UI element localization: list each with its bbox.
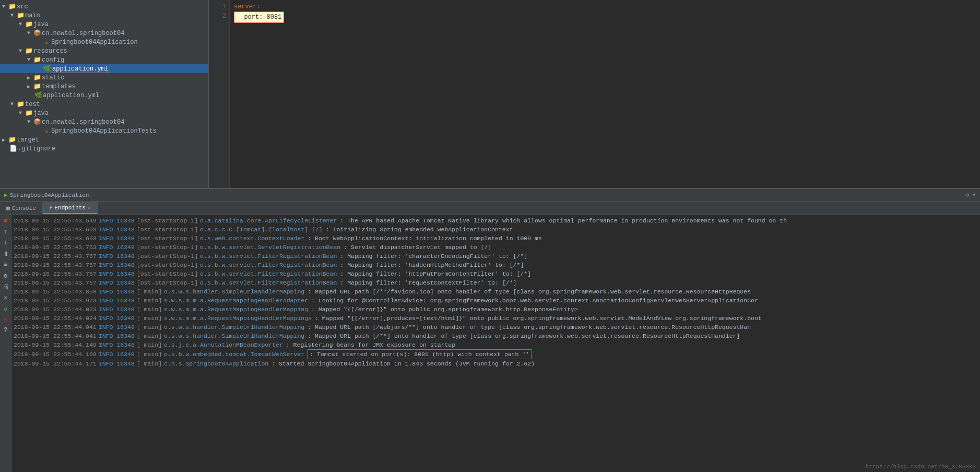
log-timestamp: 2018-09-15 22:55:43.763 <box>14 243 97 252</box>
log-line: 2018-09-15 22:55:43.693INFO 16348[ost-st… <box>14 234 978 243</box>
expand-arrow: ▼ <box>25 57 32 63</box>
main-area: ▼📁src▼📁main▼📁java▼📦cn.newtol.springboot0… <box>0 0 980 188</box>
pause-btn[interactable]: ⏸ <box>1 249 10 258</box>
log-timestamp: 2018-09-15 22:55:43.767 <box>14 261 97 269</box>
log-level: INFO 16348 <box>99 269 135 278</box>
log-line: 2018-09-15 22:55:43.693INFO 16348[ost-st… <box>14 225 978 234</box>
log-level: INFO 16348 <box>99 225 135 234</box>
folder-icon: 📁 <box>16 100 25 108</box>
tab-icon: ▦ <box>6 205 10 211</box>
tree-item-config[interactable]: ▼📁config <box>0 55 208 64</box>
log-message: : Servlet dispatcherServlet mapped to [/… <box>344 243 491 252</box>
log-line: 2018-09-15 22:55:44.023INFO 16348[ main]… <box>14 305 978 314</box>
editor-content: server: port: 8081 <box>230 0 980 188</box>
log-level: INFO 16348 <box>99 350 135 359</box>
expand-arrow: ▼ <box>17 48 24 54</box>
print-btn[interactable]: 🖨 <box>1 282 10 291</box>
log-level: INFO 16348 <box>99 323 135 332</box>
tree-item-cn-test-pkg[interactable]: ▼📦cn.newtol.springboot04 <box>0 117 208 126</box>
clear-btn[interactable]: ✕ <box>1 293 10 302</box>
tree-item-java-test[interactable]: ▼📁java <box>0 109 208 117</box>
log-logger: o.s.b.w.servlet.FilterRegistrationBean <box>200 269 337 278</box>
wrap-btn[interactable]: ≡ <box>1 260 10 269</box>
tree-item-application-yml-root[interactable]: 🌿application.yml <box>0 91 208 100</box>
log-line: 2018-09-15 22:55:44.171INFO 16348[ main]… <box>14 359 978 368</box>
log-timestamp: 2018-09-15 22:55:43.767 <box>14 252 97 261</box>
tree-label: Springboot04Application <box>51 39 208 46</box>
run-title: Springboot04Application <box>10 192 89 198</box>
folder-icon: 📁 <box>24 47 33 55</box>
scroll-up-btn[interactable]: ↑ <box>1 227 10 237</box>
log-line: 2018-09-15 22:55:44.041INFO 16348[ main]… <box>14 323 978 332</box>
code-line-2: port: 8081 <box>234 11 976 21</box>
log-logger: o.s.w.s.handler.SimpleUrlHandlerMapping <box>164 332 304 340</box>
settings-btn[interactable]: ⚙ <box>1 271 10 280</box>
log-level: INFO 16348 <box>99 340 135 349</box>
log-line: 2018-09-15 22:55:43.767INFO 16348[ost-st… <box>14 261 978 269</box>
close-btn[interactable]: ✕ <box>1 315 10 324</box>
console-body: ■↑↓⏸≡⚙🖨✕↺✕? 2018-09-15 22:55:43.549INFO … <box>0 215 980 472</box>
tree-label: cn.newtol.springboot04 <box>42 119 208 126</box>
log-level: INFO 16348 <box>99 234 135 243</box>
log-timestamp: 2018-09-15 22:55:44.140 <box>14 340 97 349</box>
tree-item-SpringbootTests[interactable]: ☕Springboot04ApplicationTests <box>0 126 208 135</box>
console-output[interactable]: 2018-09-15 22:55:43.549INFO 16348[ost-st… <box>11 215 980 472</box>
log-level: INFO 16348 <box>99 359 135 368</box>
tree-item-resources[interactable]: ▼📁resources <box>0 46 208 55</box>
stop-btn[interactable]: ■ <box>1 216 10 226</box>
package-icon: 📦 <box>32 29 42 37</box>
folder-icon: 📁 <box>7 3 17 10</box>
tree-item-java[interactable]: ▼📁java <box>0 20 208 29</box>
tree-label: target <box>17 136 208 144</box>
log-logger: s.w.s.m.m.a.RequestMappingHandlerMapping <box>164 305 308 314</box>
log-level: INFO 16348 <box>99 287 135 296</box>
code-line-1: server: <box>234 2 976 11</box>
tab-close-btn[interactable]: ✕ <box>88 205 91 211</box>
tree-item-src[interactable]: ▼📁src <box>0 2 208 11</box>
folder-icon: 📁 <box>32 82 42 90</box>
tree-item-static[interactable]: ▶📁static <box>0 73 208 82</box>
log-message: : Mapped "{[/error]}" onto public org.sp… <box>311 305 578 314</box>
tree-item-SpringbootApp[interactable]: ☕Springboot04Application <box>0 38 208 46</box>
run-gear[interactable]: ⚙ ▾ <box>965 192 976 198</box>
tree-item-cn-pkg[interactable]: ▼📦cn.newtol.springboot04 <box>0 29 208 38</box>
log-level: INFO 16348 <box>99 305 135 314</box>
tree-label: java <box>33 110 208 117</box>
log-logger: o.a.c.c.C.[Tomcat].[localhost].[/] <box>200 225 323 234</box>
java-icon: ☕ <box>42 127 51 135</box>
help-btn[interactable]: ? <box>1 326 10 335</box>
tree-item-application-yml-config[interactable]: 🌿application.yml <box>0 64 208 73</box>
tree-item-templates[interactable]: ▶📁templates <box>0 82 208 91</box>
console-toolbar: ■↑↓⏸≡⚙🖨✕↺✕? <box>0 215 11 472</box>
expand-arrow: ▼ <box>0 4 7 9</box>
tree-item-gitignore[interactable]: 📄.gitignore <box>0 144 208 153</box>
expand-arrow: ▶ <box>0 137 7 143</box>
scroll-down-btn[interactable]: ↓ <box>1 238 10 247</box>
tree-item-target[interactable]: ▶📁target <box>0 135 208 144</box>
tab-endpoints[interactable]: ⚡Endpoints✕ <box>43 202 98 214</box>
line-num-2: 2 <box>222 11 226 21</box>
log-logger: o.s.j.e.a.AnnotationMBeanExporter <box>164 340 283 349</box>
file-icon: 📄 <box>8 145 18 152</box>
rerun-btn[interactable]: ↺ <box>1 304 10 313</box>
tree-item-test[interactable]: ▼📁test <box>0 100 208 109</box>
log-timestamp: 2018-09-15 22:55:43.693 <box>14 234 97 243</box>
log-message: : Registering beans for JMX exposure on … <box>286 340 455 349</box>
log-thread: [ main] <box>137 323 162 332</box>
tab-console[interactable]: ▦Console <box>0 203 43 214</box>
expand-arrow: ▶ <box>25 75 32 81</box>
tree-item-main[interactable]: ▼📁main <box>0 11 208 20</box>
log-message: : Mapped URL path [/webjars/**] onto han… <box>308 323 751 332</box>
log-message: : Mapping filter: 'requestContextFilter'… <box>340 278 516 287</box>
tab-icon: ⚡ <box>49 204 53 211</box>
editor-pane: 12 server: port: 8081 <box>209 0 980 188</box>
log-line: 2018-09-15 22:55:44.024INFO 16348[ main]… <box>14 314 978 323</box>
tree-label: cn.newtol.springboot04 <box>42 30 208 37</box>
yml-icon: 🌿 <box>42 65 51 73</box>
log-line: 2018-09-15 22:55:43.973INFO 16348[ main]… <box>14 296 978 305</box>
tree-label: main <box>25 12 208 19</box>
log-timestamp: 2018-09-15 22:55:43.858 <box>14 287 97 296</box>
log-line: 2018-09-15 22:55:43.767INFO 16348[ost-st… <box>14 269 978 278</box>
expand-arrow: ▼ <box>25 30 32 36</box>
log-level: INFO 16348 <box>99 278 135 287</box>
